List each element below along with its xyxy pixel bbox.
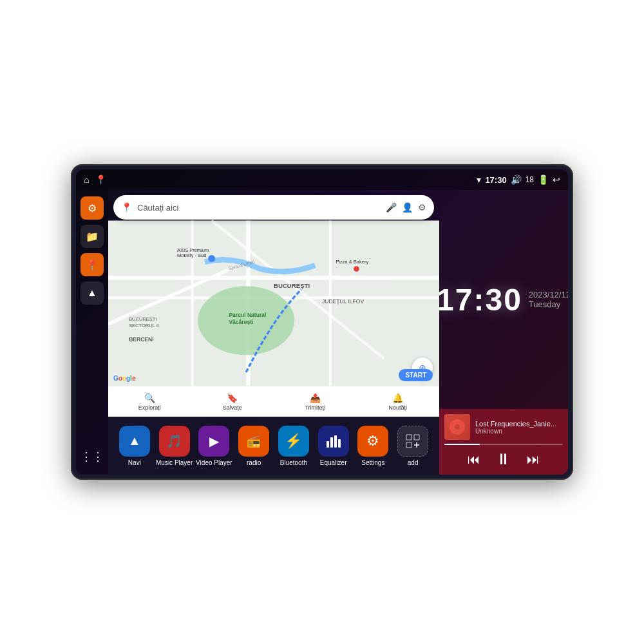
back-icon[interactable]: ↩: [553, 175, 560, 185]
maps-status-icon[interactable]: 📍: [95, 175, 106, 185]
equalizer-bars-icon: [325, 432, 343, 450]
clock-date-panel: 2023/12/12 Tuesday: [529, 290, 568, 309]
navi-icon-wrap: ▲: [119, 426, 150, 457]
start-button[interactable]: START: [399, 369, 433, 381]
svg-rect-1: [108, 276, 439, 279]
car-display: ⌂ 📍 ▾ 17:30 🔊 18 🔋 ↩ ⚙ 📁: [71, 164, 573, 480]
volume-icon: 🔊: [511, 175, 522, 185]
map-container[interactable]: Parcul Natural Văcărești BUCUREȘTI JUDEȚ…: [108, 190, 439, 417]
map-search-bar[interactable]: 📍 Căutați aici 🎤 👤 ⚙: [113, 195, 434, 220]
map-view: Parcul Natural Văcărești BUCUREȘTI JUDEȚ…: [108, 190, 439, 417]
google-logo: Google: [113, 375, 135, 382]
battery-level: 18: [526, 175, 534, 184]
bluetooth-icon-wrap: ⚡: [278, 426, 309, 457]
svg-text:BUCUREȘTI: BUCUREȘTI: [274, 282, 310, 289]
music-controls: ⏮ ⏸ ⏭: [444, 449, 563, 469]
app-bluetooth[interactable]: ⚡ Bluetooth: [274, 426, 314, 466]
music-player-icon: 🎵: [166, 433, 182, 449]
map-tab-saved[interactable]: 🔖 Salvate: [191, 393, 274, 411]
music-artist: Unknown: [475, 428, 563, 435]
account-icon[interactable]: 👤: [402, 202, 413, 213]
album-art-image: [444, 414, 470, 440]
video-player-icon-wrap: ▶: [198, 426, 229, 457]
files-icon: 📁: [86, 231, 99, 243]
sidebar-item-settings[interactable]: ⚙: [80, 196, 104, 220]
music-info: Lost Frequencies_Janie... Unknown: [444, 414, 563, 440]
prev-button[interactable]: ⏮: [466, 451, 482, 468]
send-icon: 📤: [310, 393, 321, 403]
sidebar-grid-button[interactable]: ⋮⋮: [80, 445, 104, 468]
status-time: 17:30: [485, 175, 506, 185]
start-label: START: [405, 372, 426, 379]
music-details: Lost Frequencies_Janie... Unknown: [475, 420, 563, 435]
svg-text:BUCUREȘTI: BUCUREȘTI: [129, 316, 156, 322]
send-label: Trimiteți: [305, 404, 325, 411]
app-add[interactable]: add: [393, 426, 433, 466]
settings-app-icon: ⚙: [366, 433, 379, 450]
updates-icon: 🔔: [392, 393, 403, 403]
clock-panel: 17:30 2023/12/12 Tuesday: [439, 190, 568, 409]
explore-icon: 🔍: [144, 393, 155, 403]
app-music-player[interactable]: 🎵 Music Player: [155, 426, 194, 466]
map-tab-send[interactable]: 📤 Trimiteți: [274, 393, 357, 411]
maps-icon: 📍: [86, 259, 99, 271]
battery-icon: 🔋: [538, 175, 549, 185]
svg-text:Pizza & Bakery: Pizza & Bakery: [336, 259, 368, 265]
main-content: ⚙ 📁 📍 ▲ ⋮⋮: [76, 190, 568, 475]
google-maps-icon: 📍: [121, 202, 132, 213]
music-title: Lost Frequencies_Janie...: [475, 420, 563, 428]
app-equalizer[interactable]: Equalizer: [314, 426, 354, 466]
mic-icon[interactable]: 🎤: [386, 202, 397, 213]
radio-icon: 📻: [247, 434, 261, 448]
radio-icon-wrap: 📻: [238, 426, 269, 457]
map-tab-updates[interactable]: 🔔 Noutăți: [357, 393, 440, 411]
video-player-label: Video Player: [196, 459, 232, 466]
map-svg: Parcul Natural Văcărești BUCUREȘTI JUDEȚ…: [108, 190, 439, 417]
music-progress-fill: [444, 444, 480, 445]
music-player-label: Music Player: [156, 459, 193, 466]
svg-rect-3: [191, 221, 194, 386]
saved-icon: 🔖: [227, 393, 238, 403]
equalizer-label: Equalizer: [320, 459, 347, 466]
grid-icon: ⋮⋮: [80, 450, 104, 464]
sidebar-item-files[interactable]: 📁: [80, 225, 104, 248]
navi-app-icon: ▲: [128, 433, 141, 448]
screen: ⌂ 📍 ▾ 17:30 🔊 18 🔋 ↩ ⚙ 📁: [76, 169, 568, 475]
play-pause-button[interactable]: ⏸: [495, 449, 513, 469]
navi-icon: ▲: [87, 287, 97, 299]
next-button[interactable]: ⏭: [526, 451, 541, 468]
sidebar-item-maps[interactable]: 📍: [80, 253, 104, 276]
app-settings[interactable]: ⚙ Settings: [354, 426, 393, 466]
bluetooth-icon: ⚡: [285, 433, 302, 450]
svg-rect-24: [334, 435, 337, 448]
app-video-player[interactable]: ▶ Video Player: [194, 426, 234, 466]
radio-label: radio: [247, 459, 261, 466]
sidebar-item-navi[interactable]: ▲: [80, 281, 104, 305]
app-navi[interactable]: ▲ Navi: [115, 426, 155, 466]
svg-text:BERCENI: BERCENI: [129, 336, 153, 343]
add-grid-icon: [403, 431, 422, 451]
wifi-icon: ▾: [477, 175, 481, 185]
svg-rect-22: [327, 441, 329, 448]
right-panel: 17:30 2023/12/12 Tuesday: [439, 190, 568, 475]
overflow-icon[interactable]: ⚙: [418, 202, 426, 213]
navi-label: Navi: [128, 459, 141, 466]
svg-text:JUDEȚUL ILFOV: JUDEȚUL ILFOV: [322, 298, 365, 305]
search-text[interactable]: Căutați aici: [137, 203, 381, 213]
svg-point-19: [354, 266, 359, 272]
settings-app-icon-wrap: ⚙: [357, 426, 388, 457]
svg-rect-25: [338, 439, 341, 448]
status-left: ⌂ 📍: [84, 175, 106, 185]
map-tab-explore[interactable]: 🔍 Explorați: [108, 393, 191, 411]
status-right: ▾ 17:30 🔊 18 🔋 ↩: [477, 175, 560, 185]
music-progress-bar[interactable]: [444, 444, 563, 445]
app-radio[interactable]: 📻 radio: [234, 426, 274, 466]
settings-app-label: Settings: [361, 459, 384, 466]
app-dock: ▲ Navi 🎵 Music Player ▶ Vi: [108, 417, 439, 475]
svg-text:Parcul Natural: Parcul Natural: [229, 312, 266, 318]
svg-point-16: [208, 255, 215, 262]
status-bar: ⌂ 📍 ▾ 17:30 🔊 18 🔋 ↩: [76, 169, 568, 190]
album-art: [444, 414, 470, 440]
home-icon[interactable]: ⌂: [84, 175, 89, 185]
map-tabs: 🔍 Explorați 🔖 Salvate 📤 Trimiteți: [108, 386, 439, 417]
